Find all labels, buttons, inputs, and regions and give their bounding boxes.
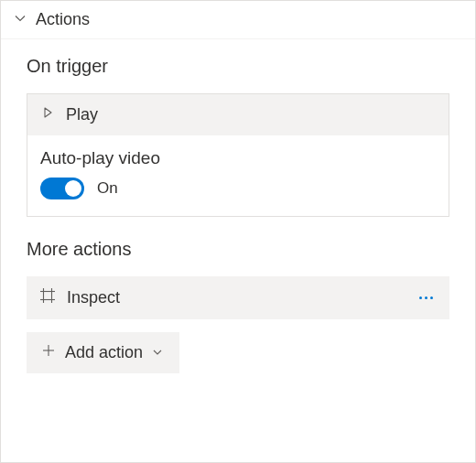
toggle-row-autoplay: On — [40, 178, 436, 199]
panel-body: On trigger Play Auto-play video On — [1, 39, 475, 392]
panel-title: Actions — [36, 10, 90, 29]
action-body-play: Auto-play video On — [27, 135, 449, 216]
panel-header[interactable]: Actions — [1, 1, 475, 39]
toggle-knob — [65, 180, 81, 197]
plus-icon — [41, 343, 56, 362]
action-header-label: Play — [66, 105, 98, 124]
action-group-play: Play Auto-play video On — [27, 93, 449, 217]
autoplay-toggle[interactable] — [40, 178, 84, 199]
action-row-left: Inspect — [39, 287, 120, 308]
toggle-state-label: On — [97, 179, 118, 198]
add-action-label: Add action — [65, 343, 143, 362]
section-title-on-trigger: On trigger — [27, 56, 449, 77]
more-options-button[interactable] — [416, 293, 437, 303]
play-icon — [40, 105, 55, 124]
add-action-button[interactable]: Add action — [27, 332, 179, 373]
action-header-play[interactable]: Play — [27, 94, 449, 135]
section-title-more-actions: More actions — [27, 239, 449, 260]
action-row-label: Inspect — [67, 288, 120, 307]
chevron-down-icon — [14, 12, 27, 28]
property-label-autoplay: Auto-play video — [40, 148, 436, 168]
inspect-icon — [39, 287, 56, 308]
actions-panel: Actions On trigger Play Auto-play video — [0, 0, 476, 463]
action-row-inspect[interactable]: Inspect — [27, 276, 449, 319]
chevron-down-icon — [152, 343, 163, 362]
svg-rect-0 — [44, 292, 52, 300]
